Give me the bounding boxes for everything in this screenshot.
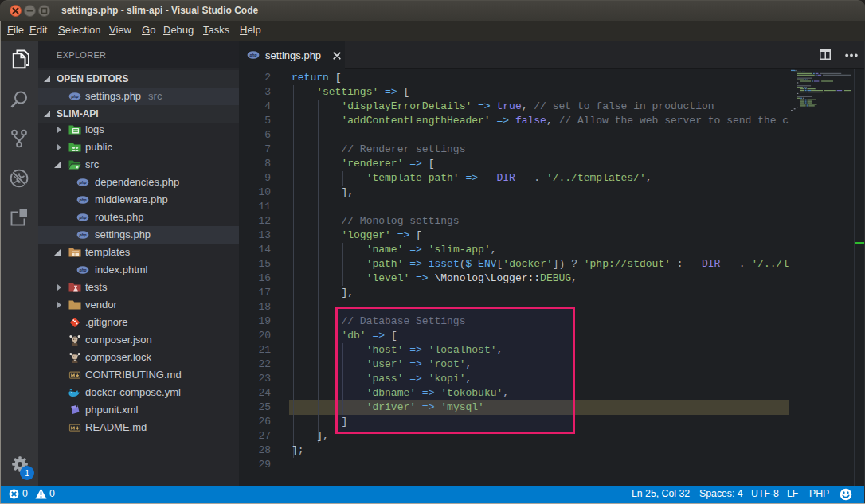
svg-text:php: php <box>79 233 87 237</box>
svg-text:php: php <box>79 181 87 185</box>
svg-text:php: php <box>71 95 79 99</box>
svg-text:php: php <box>79 198 87 202</box>
svg-text:php: php <box>79 216 87 220</box>
svg-text:php: php <box>249 53 257 57</box>
svg-text:php: php <box>79 268 87 272</box>
